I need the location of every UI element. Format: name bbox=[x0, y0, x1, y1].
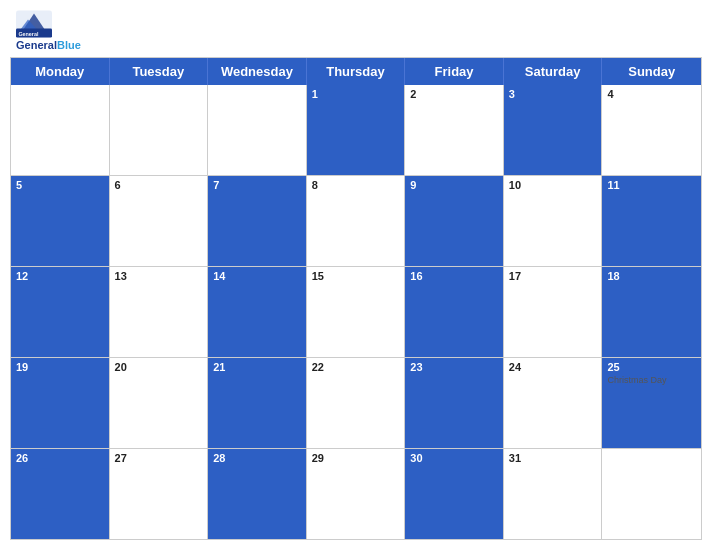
cell-date: 4 bbox=[607, 88, 696, 100]
cell-date: 21 bbox=[213, 361, 301, 373]
cell-date: 3 bbox=[509, 88, 597, 100]
svg-text:General: General bbox=[18, 31, 39, 37]
calendar-cell bbox=[602, 449, 701, 539]
cell-date: 23 bbox=[410, 361, 498, 373]
logo-blue: Blue bbox=[57, 39, 81, 51]
calendar-cell: 13 bbox=[110, 267, 209, 357]
calendar-cell: 3 bbox=[504, 85, 603, 175]
calendar-cell: 26 bbox=[11, 449, 110, 539]
calendar-cell: 1 bbox=[307, 85, 406, 175]
day-monday: Monday bbox=[11, 58, 110, 85]
calendar-cell: 23 bbox=[405, 358, 504, 448]
cell-date: 14 bbox=[213, 270, 301, 282]
calendar-cell: 28 bbox=[208, 449, 307, 539]
day-sunday: Sunday bbox=[602, 58, 701, 85]
cell-date: 8 bbox=[312, 179, 400, 191]
logo-general: General bbox=[16, 39, 57, 51]
calendar-cell bbox=[110, 85, 209, 175]
calendar-cell: 7 bbox=[208, 176, 307, 266]
calendar-cell: 20 bbox=[110, 358, 209, 448]
calendar-cell: 29 bbox=[307, 449, 406, 539]
cell-date: 16 bbox=[410, 270, 498, 282]
cell-date: 2 bbox=[410, 88, 498, 100]
cell-date: 1 bbox=[312, 88, 400, 100]
calendar-cell bbox=[208, 85, 307, 175]
calendar-cell: 22 bbox=[307, 358, 406, 448]
calendar-cell bbox=[11, 85, 110, 175]
cell-date: 20 bbox=[115, 361, 203, 373]
calendar-cell: 27 bbox=[110, 449, 209, 539]
cell-date: 28 bbox=[213, 452, 301, 464]
calendar-row-3: 12131415161718 bbox=[11, 266, 701, 357]
cell-date: 18 bbox=[607, 270, 696, 282]
calendar-cell: 19 bbox=[11, 358, 110, 448]
calendar-cell: 8 bbox=[307, 176, 406, 266]
day-tuesday: Tuesday bbox=[110, 58, 209, 85]
cell-date: 25 bbox=[607, 361, 696, 373]
calendar-row-5: 262728293031 bbox=[11, 448, 701, 539]
cell-date: 24 bbox=[509, 361, 597, 373]
cell-event: Christmas Day bbox=[607, 375, 696, 385]
cell-date: 13 bbox=[115, 270, 203, 282]
cell-date: 7 bbox=[213, 179, 301, 191]
calendar-cell: 18 bbox=[602, 267, 701, 357]
cell-date: 22 bbox=[312, 361, 400, 373]
cell-date: 26 bbox=[16, 452, 104, 464]
calendar-cell: 17 bbox=[504, 267, 603, 357]
cell-date: 6 bbox=[115, 179, 203, 191]
calendar-page: General GeneralBlue Monday Tuesday Wedne… bbox=[0, 0, 712, 550]
days-header: Monday Tuesday Wednesday Thursday Friday… bbox=[11, 58, 701, 85]
calendar-row-1: 1234 bbox=[11, 85, 701, 175]
calendar-header: General GeneralBlue bbox=[0, 0, 712, 57]
day-saturday: Saturday bbox=[504, 58, 603, 85]
calendar-cell: 16 bbox=[405, 267, 504, 357]
calendar-cell: 12 bbox=[11, 267, 110, 357]
day-wednesday: Wednesday bbox=[208, 58, 307, 85]
calendar-cell: 25Christmas Day bbox=[602, 358, 701, 448]
logo-icon: General bbox=[16, 10, 52, 38]
calendar-cell: 9 bbox=[405, 176, 504, 266]
calendar-grid: 1234567891011121314151617181920212223242… bbox=[11, 85, 701, 539]
calendar-cell: 10 bbox=[504, 176, 603, 266]
logo: General GeneralBlue bbox=[16, 10, 81, 51]
cell-date: 29 bbox=[312, 452, 400, 464]
calendar-cell: 21 bbox=[208, 358, 307, 448]
calendar-cell: 11 bbox=[602, 176, 701, 266]
cell-date: 9 bbox=[410, 179, 498, 191]
cell-date: 19 bbox=[16, 361, 104, 373]
calendar-body: Monday Tuesday Wednesday Thursday Friday… bbox=[10, 57, 702, 540]
calendar-cell: 4 bbox=[602, 85, 701, 175]
cell-date: 30 bbox=[410, 452, 498, 464]
calendar-cell: 14 bbox=[208, 267, 307, 357]
cell-date: 17 bbox=[509, 270, 597, 282]
day-friday: Friday bbox=[405, 58, 504, 85]
cell-date: 10 bbox=[509, 179, 597, 191]
cell-date: 27 bbox=[115, 452, 203, 464]
cell-date: 12 bbox=[16, 270, 104, 282]
cell-date: 5 bbox=[16, 179, 104, 191]
cell-date: 31 bbox=[509, 452, 597, 464]
calendar-cell: 30 bbox=[405, 449, 504, 539]
calendar-cell: 2 bbox=[405, 85, 504, 175]
day-thursday: Thursday bbox=[307, 58, 406, 85]
calendar-row-4: 19202122232425Christmas Day bbox=[11, 357, 701, 448]
calendar-row-2: 567891011 bbox=[11, 175, 701, 266]
calendar-cell: 24 bbox=[504, 358, 603, 448]
calendar-cell: 6 bbox=[110, 176, 209, 266]
cell-date: 15 bbox=[312, 270, 400, 282]
calendar-cell: 5 bbox=[11, 176, 110, 266]
calendar-cell: 15 bbox=[307, 267, 406, 357]
cell-date: 11 bbox=[607, 179, 696, 191]
calendar-cell: 31 bbox=[504, 449, 603, 539]
